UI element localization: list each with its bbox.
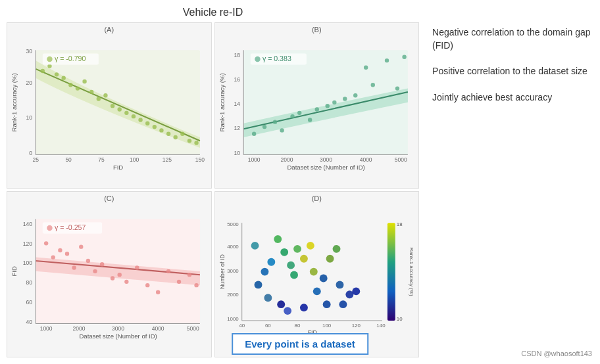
svg-point-6 [68, 83, 72, 87]
svg-point-129 [293, 245, 301, 253]
svg-point-49 [297, 111, 301, 115]
svg-point-58 [384, 58, 388, 62]
svg-point-50 [307, 118, 311, 122]
chart-b-svg: γ = 0.383 1000 2000 3000 4000 5000 10 12 [219, 35, 415, 184]
svg-point-55 [353, 93, 357, 97]
svg-text:80: 80 [26, 279, 32, 286]
svg-text:30: 30 [26, 48, 32, 55]
svg-text:20: 20 [26, 80, 32, 86]
svg-point-14 [124, 111, 128, 115]
svg-point-136 [322, 300, 330, 308]
svg-point-20 [166, 132, 170, 136]
svg-text:Rank-1 accuracy (%): Rank-1 accuracy (%) [408, 248, 414, 296]
svg-point-13 [118, 107, 122, 111]
svg-point-11 [103, 93, 107, 97]
svg-point-84 [72, 265, 76, 269]
svg-text:25: 25 [32, 156, 39, 163]
svg-point-146 [300, 304, 308, 311]
svg-text:40: 40 [239, 323, 245, 329]
svg-text:140: 140 [376, 323, 386, 329]
svg-point-127 [251, 242, 259, 250]
svg-text:Number of ID: Number of ID [219, 254, 226, 289]
svg-point-54 [343, 97, 347, 101]
annotation-2-text: Positive correlation to the dataset size [432, 66, 588, 76]
svg-point-22 [180, 132, 184, 136]
chart-b-label: (B) [312, 26, 322, 34]
svg-point-44 [251, 132, 255, 136]
svg-text:3000: 3000 [227, 268, 239, 274]
svg-point-46 [272, 120, 276, 124]
svg-point-95 [166, 269, 170, 273]
svg-point-82 [58, 248, 62, 252]
svg-point-57 [370, 83, 374, 87]
left-section: Vehicle re-ID (A) [7, 7, 419, 357]
charts-grid: (A) [7, 22, 419, 357]
chart-c-label: (C) [104, 194, 114, 202]
annotation-2: Positive correlation to the dataset size [432, 65, 593, 78]
svg-point-5 [62, 76, 66, 80]
svg-point-15 [132, 114, 136, 118]
svg-text:14: 14 [234, 101, 240, 107]
annotation-1-text: Negative correlation to the domain gap (… [432, 27, 590, 51]
svg-text:18: 18 [396, 221, 402, 227]
svg-point-128 [287, 262, 295, 269]
bottom-label: Every point is a dataset [232, 333, 368, 355]
svg-point-10 [97, 97, 101, 101]
chart-c-inner: γ = -0.257 1000 2000 3000 4000 5000 40 6… [11, 204, 207, 353]
svg-rect-118 [387, 223, 395, 321]
svg-text:0: 0 [29, 150, 32, 156]
page-title: Vehicle re-ID [7, 7, 419, 18]
chart-d-svg: 18 10 Rank-1 accuracy (%) [219, 204, 415, 353]
svg-point-132 [306, 242, 314, 250]
svg-text:FID: FID [11, 266, 18, 276]
svg-point-83 [65, 252, 69, 256]
annotation-3: Jointly achieve best accuracy [432, 91, 593, 104]
svg-point-94 [156, 290, 160, 294]
svg-text:10: 10 [396, 316, 402, 322]
right-section: Negative correlation to the domain gap (… [419, 7, 593, 357]
svg-point-23 [188, 139, 191, 143]
chart-b-inner: γ = 0.383 1000 2000 3000 4000 5000 10 12 [219, 35, 415, 184]
svg-text:12: 12 [234, 125, 240, 131]
svg-text:40: 40 [26, 319, 32, 325]
svg-text:80: 80 [294, 323, 300, 329]
svg-point-85 [79, 244, 83, 248]
svg-point-135 [319, 275, 327, 283]
svg-point-47 [280, 128, 284, 132]
svg-text:18: 18 [234, 52, 240, 58]
svg-text:1000: 1000 [40, 325, 53, 332]
main-container: Vehicle re-ID (A) [0, 0, 600, 364]
svg-point-96 [177, 280, 181, 284]
svg-point-88 [100, 262, 104, 266]
svg-text:γ = 0.383: γ = 0.383 [262, 55, 291, 62]
chart-a-label: (A) [104, 26, 114, 34]
svg-point-62 [255, 57, 261, 62]
chart-a: (A) [7, 22, 212, 189]
svg-point-7 [76, 86, 80, 90]
svg-point-123 [274, 235, 282, 243]
csdn-credit: CSDN @whaosoft143 [521, 350, 592, 357]
svg-text:Rank-1 accuracy (%): Rank-1 accuracy (%) [219, 73, 226, 131]
svg-point-92 [135, 265, 139, 269]
svg-point-126 [254, 281, 262, 288]
svg-point-86 [86, 259, 90, 263]
svg-text:4000: 4000 [227, 244, 239, 250]
svg-point-48 [290, 114, 294, 118]
svg-text:1000: 1000 [227, 316, 239, 322]
svg-text:10: 10 [26, 114, 32, 121]
svg-text:5000: 5000 [394, 156, 407, 163]
svg-point-9 [89, 90, 93, 94]
svg-point-144 [264, 294, 272, 302]
svg-text:120: 120 [351, 323, 361, 329]
svg-point-134 [312, 287, 320, 295]
chart-c: (C) [7, 191, 212, 357]
svg-point-87 [93, 269, 97, 273]
chart-c-svg: γ = -0.257 1000 2000 3000 4000 5000 40 6… [11, 204, 207, 353]
svg-text:Dataset size (Number of ID): Dataset size (Number of ID) [79, 332, 157, 340]
svg-point-89 [111, 276, 114, 280]
svg-point-145 [284, 307, 291, 315]
svg-point-52 [325, 104, 329, 108]
svg-point-53 [332, 101, 336, 104]
svg-point-56 [363, 66, 367, 70]
svg-point-59 [395, 86, 399, 90]
